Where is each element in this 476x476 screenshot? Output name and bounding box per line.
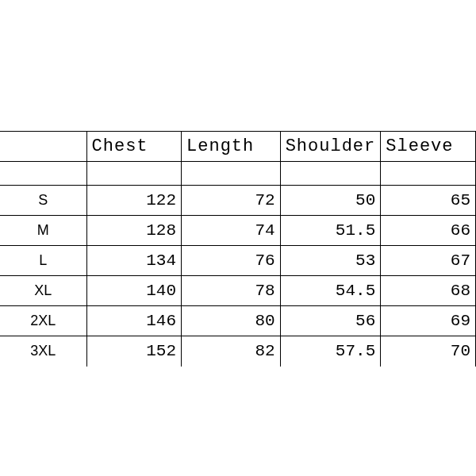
cell-shoulder: 57.5 [280, 336, 381, 367]
cell-chest: 146 [86, 306, 181, 336]
cell-size: M [0, 216, 86, 246]
cell-length: 78 [182, 276, 281, 306]
cell-sleeve: 69 [381, 306, 476, 336]
cell-sleeve: 68 [381, 276, 476, 306]
cell-chest: 152 [86, 336, 181, 367]
cell-size: S [0, 186, 86, 216]
table-row: M 128 74 51.5 66 [0, 216, 476, 246]
header-chest: Chest [86, 132, 181, 162]
cell-shoulder: 56 [280, 306, 381, 336]
cell-size: 3XL [0, 336, 86, 367]
cell-chest: 128 [86, 216, 181, 246]
cell-length: 80 [182, 306, 281, 336]
cell-sleeve: 66 [381, 216, 476, 246]
table-header-row: Chest Length Shoulder Sleeve [0, 132, 476, 162]
header-size [0, 132, 86, 162]
size-chart-table: Chest Length Shoulder Sleeve S 122 72 50… [0, 131, 476, 367]
cell-sleeve: 65 [381, 186, 476, 216]
cell-sleeve: 70 [381, 336, 476, 367]
table-row: L 134 76 53 67 [0, 246, 476, 276]
cell-size: XL [0, 276, 86, 306]
cell-shoulder: 54.5 [280, 276, 381, 306]
cell-chest: 140 [86, 276, 181, 306]
cell-length: 74 [182, 216, 281, 246]
table-row: S 122 72 50 65 [0, 186, 476, 216]
cell-chest: 134 [86, 246, 181, 276]
cell-length: 82 [182, 336, 281, 367]
cell-size: L [0, 246, 86, 276]
table-row: XL 140 78 54.5 68 [0, 276, 476, 306]
cell-length: 72 [182, 186, 281, 216]
header-shoulder: Shoulder [280, 132, 381, 162]
spacer-row [0, 162, 476, 186]
cell-length: 76 [182, 246, 281, 276]
cell-chest: 122 [86, 186, 181, 216]
table-row: 3XL 152 82 57.5 70 [0, 336, 476, 367]
cell-shoulder: 50 [280, 186, 381, 216]
cell-size: 2XL [0, 306, 86, 336]
cell-sleeve: 67 [381, 246, 476, 276]
header-sleeve: Sleeve [381, 132, 476, 162]
cell-shoulder: 53 [280, 246, 381, 276]
cell-shoulder: 51.5 [280, 216, 381, 246]
table-row: 2XL 146 80 56 69 [0, 306, 476, 336]
header-length: Length [182, 132, 281, 162]
